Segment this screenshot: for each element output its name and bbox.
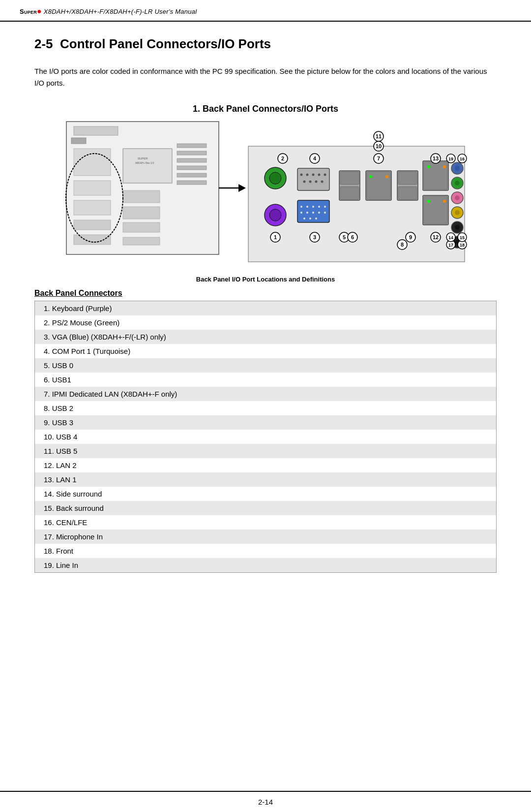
connector-cell: 13. LAN 1 — [35, 472, 497, 487]
page-number: 2-14 — [258, 798, 273, 806]
svg-text:X8DAH+ Rev 2.0: X8DAH+ Rev 2.0 — [135, 161, 154, 164]
header-brand: Super● X8DAH+/X8DAH+-F/X8DAH+(-F)-LR Use… — [20, 7, 197, 16]
table-row: 5. USB 0 — [35, 358, 497, 373]
svg-text:3: 3 — [313, 234, 316, 240]
svg-point-71 — [385, 175, 388, 178]
table-row: 4. COM Port 1 (Turquoise) — [35, 344, 497, 358]
svg-text:8: 8 — [401, 242, 404, 248]
svg-point-40 — [309, 181, 312, 183]
svg-rect-7 — [74, 181, 111, 195]
svg-text:9: 9 — [409, 234, 412, 240]
svg-rect-14 — [123, 237, 160, 245]
diagram-caption: Back Panel I/O Port Locations and Defini… — [196, 276, 335, 283]
table-row: 8. USB 2 — [35, 401, 497, 415]
svg-text:13: 13 — [433, 156, 439, 161]
svg-point-58 — [315, 218, 317, 219]
table-row: 11. USB 5 — [35, 444, 497, 458]
connector-cell: 18. Front — [35, 544, 497, 558]
svg-text:10: 10 — [376, 143, 382, 149]
svg-point-55 — [324, 212, 326, 214]
svg-text:SUPER: SUPER — [138, 157, 148, 160]
table-row: 14. Side surround — [35, 487, 497, 501]
svg-point-100 — [455, 225, 460, 230]
svg-rect-6 — [74, 149, 111, 176]
svg-point-36 — [312, 174, 315, 176]
connector-cell: 7. IPMI Dedicated LAN (X8DAH+-F only) — [35, 387, 497, 401]
svg-point-48 — [312, 206, 314, 208]
chapter-number: 2-5 — [34, 36, 53, 51]
table-row: 1. Keyboard (Purple) — [35, 301, 497, 316]
table-row: 9. USB 3 — [35, 415, 497, 430]
svg-rect-3 — [123, 149, 172, 183]
svg-point-50 — [324, 206, 326, 208]
back-panel-diagram: SUPER X8DAH+ Rev 2.0 — [64, 119, 467, 272]
svg-point-41 — [315, 181, 318, 183]
svg-text:5: 5 — [343, 234, 346, 240]
svg-rect-13 — [74, 235, 111, 245]
svg-text:11: 11 — [376, 133, 382, 139]
connector-cell: 16. CEN/LFE — [35, 515, 497, 530]
back-panel-heading: Back Panel Connectors — [34, 289, 497, 298]
connector-cell: 15. Back surround — [35, 501, 497, 515]
svg-point-70 — [369, 175, 372, 178]
svg-text:16: 16 — [460, 156, 465, 161]
connector-cell: 9. USB 3 — [35, 415, 497, 430]
brand-dot: ● — [37, 7, 42, 15]
svg-point-47 — [306, 206, 308, 208]
connector-cell: 5. USB 0 — [35, 358, 497, 373]
svg-point-42 — [321, 181, 324, 183]
svg-text:1: 1 — [274, 234, 277, 240]
svg-rect-18 — [177, 166, 206, 170]
svg-text:17: 17 — [448, 243, 453, 248]
svg-rect-2 — [71, 138, 86, 144]
svg-text:14: 14 — [448, 235, 453, 240]
connector-cell: 3. VGA (Blue) (X8DAH+-F/(-LR) only) — [35, 330, 497, 344]
connector-cell: 11. USB 5 — [35, 444, 497, 458]
table-row: 7. IPMI Dedicated LAN (X8DAH+-F only) — [35, 387, 497, 401]
svg-point-39 — [303, 181, 306, 183]
table-row: 12. LAN 2 — [35, 458, 497, 472]
table-row: 19. Line In — [35, 558, 497, 573]
connector-cell: 4. COM Port 1 (Turquoise) — [35, 344, 497, 358]
svg-text:18: 18 — [460, 243, 465, 248]
svg-rect-1 — [74, 126, 118, 135]
page-wrapper: Super● X8DAH+/X8DAH+-F/X8DAH+(-F)-LR Use… — [0, 0, 531, 812]
diagram-svg-area: SUPER X8DAH+ Rev 2.0 — [34, 119, 497, 272]
svg-rect-16 — [177, 151, 206, 155]
svg-point-35 — [306, 174, 309, 176]
connector-cell: 12. LAN 2 — [35, 458, 497, 472]
table-row: 6. USB1 — [35, 373, 497, 387]
page-header: Super● X8DAH+/X8DAH+-F/X8DAH+(-F)-LR Use… — [0, 0, 531, 22]
svg-rect-62 — [340, 172, 359, 185]
svg-point-94 — [443, 165, 446, 168]
connector-cell: 8. USB 2 — [35, 401, 497, 415]
svg-rect-63 — [340, 187, 359, 199]
table-row: 18. Front — [35, 544, 497, 558]
connector-cell: 14. Side surround — [35, 487, 497, 501]
svg-point-102 — [455, 210, 460, 215]
table-row: 10. USB 4 — [35, 430, 497, 444]
table-row: 2. PS/2 Mouse (Green) — [35, 315, 497, 330]
svg-rect-15 — [177, 144, 206, 148]
table-row: 16. CEN/LFE — [35, 515, 497, 530]
svg-point-52 — [306, 212, 308, 214]
table-row: 3. VGA (Blue) (X8DAH+-F/(-LR) only) — [35, 330, 497, 344]
svg-point-54 — [318, 212, 320, 214]
svg-marker-22 — [238, 184, 246, 192]
svg-point-51 — [300, 212, 302, 214]
table-row: 17. Microphone In — [35, 530, 497, 544]
chapter-heading: 2-5 Control Panel Connectors/IO Ports — [34, 36, 497, 52]
svg-point-49 — [318, 206, 320, 208]
svg-point-88 — [443, 200, 446, 203]
svg-point-57 — [309, 218, 311, 219]
chapter-title: Control Panel Connectors/IO Ports — [60, 36, 271, 51]
svg-point-46 — [300, 206, 302, 208]
svg-rect-17 — [177, 158, 206, 162]
svg-rect-19 — [177, 173, 206, 177]
brand-super: Super — [20, 8, 37, 15]
section-heading: 1. Back Panel Connectors/IO Ports — [34, 104, 497, 114]
connector-cell: 2. PS/2 Mouse (Green) — [35, 315, 497, 330]
connector-cell: 10. USB 4 — [35, 430, 497, 444]
connector-table: 1. Keyboard (Purple)2. PS/2 Mouse (Green… — [34, 301, 497, 573]
svg-rect-8 — [74, 200, 111, 215]
